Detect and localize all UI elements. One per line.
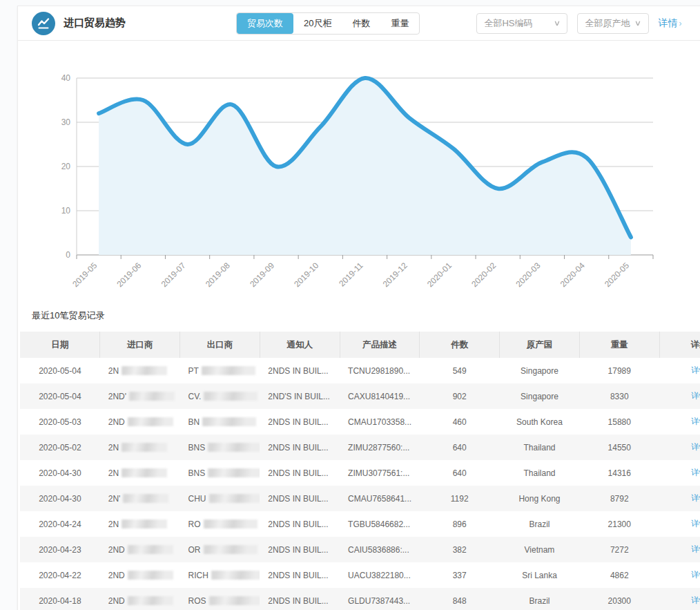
cell-detail: 详情 [659,511,700,537]
cell-detail: 详情 [659,409,700,435]
cell-date: 2020-04-23 [20,537,100,562]
detail-row-link[interactable]: 详情 [691,468,700,477]
cell-date: 2020-04-30 [20,486,100,511]
cell-exporter: BN [180,409,260,435]
y-axis-label: 0 [66,250,70,260]
y-axis-label: 10 [61,206,71,216]
x-axis-label: 2020-02 [469,260,498,289]
cell-detail: 详情 [659,383,700,409]
cell-exporter: BNS [180,460,260,486]
detail-row-link[interactable]: 详情 [691,442,700,452]
cell-notify: 2NDS IN BUIL... [260,562,340,588]
cell-importer: 2N [100,460,180,486]
column-header: 出口商 [180,332,260,358]
cell-notify: 2NDS IN BUIL... [260,588,340,610]
cell-detail: 详情 [659,588,700,610]
origin-select-value: 全部原产地 [585,17,630,30]
column-header: 原产国 [500,332,580,358]
detail-row-link[interactable]: 详情 [691,570,700,580]
redacted-text [202,366,255,375]
cell-product: TGBU5846682... [340,511,420,537]
cell-date: 2020-04-30 [20,460,100,486]
cell-date: 2020-04-22 [20,562,100,588]
tab-pieces[interactable]: 件数 [342,13,380,34]
detail-link[interactable]: 详情› [659,17,682,30]
redacted-text [121,520,167,528]
detail-row-link[interactable]: 详情 [691,493,700,503]
table-row: 2020-04-222NDRICH2NDS IN BUIL...UACU3822… [20,562,700,588]
redacted-text [123,494,168,503]
cell-notify: 2NDS IN BUIL... [260,486,340,511]
table-row: 2020-04-232NDOR2NDS IN BUIL...CAIU583688… [20,537,700,562]
chevron-down-icon: ∨ [554,19,561,28]
chevron-right-icon: › [679,19,682,28]
cell-origin: Thailand [500,460,580,486]
cell-exporter: PT [180,358,260,383]
cell-detail: 详情 [659,562,700,588]
cell-notify: 2NDS IN BUIL... [260,409,340,435]
cell-exporter: BNS [180,435,260,460]
redacted-text [208,443,260,452]
x-axis-label: 2019-06 [115,260,143,289]
cell-detail: 详情 [659,435,700,460]
trade-trend-card: 进口贸易趋势 贸易次数20尺柜件数重量 全部HS编码 ∨ 全部原产地 ∨ 详情›… [17,6,700,610]
redacted-text [129,392,175,401]
redacted-text [128,571,173,580]
cell-product: CMAU7658641... [340,486,420,511]
cell-weight: 8792 [579,486,659,511]
cell-pieces: 337 [420,562,500,588]
cell-product: TCNU2981890... [340,358,420,383]
tab-20ft-container[interactable]: 20尺柜 [293,13,342,34]
x-axis-label: 2019-10 [292,260,320,289]
cell-notify: 2NDS IN BUIL... [260,435,340,460]
x-axis-label: 2020-03 [514,260,542,289]
cell-origin: South Korea [500,409,580,435]
cell-origin: Thailand [500,435,580,460]
table-row: 2020-04-302NBNS2NDS IN BUIL...ZIMU307756… [20,460,700,486]
redacted-text [204,392,257,401]
cell-importer: 2N' [100,486,180,511]
detail-row-link[interactable]: 详情 [691,391,700,401]
table-row: 2020-04-182NDROS2NDS IN BUIL...GLDU73874… [20,588,700,610]
cell-product: GLDU7387443... [340,588,420,610]
cell-product: CAIU5836886:... [340,537,420,562]
cell-weight: 8330 [579,383,659,409]
cell-pieces: 382 [420,537,500,562]
cell-product: ZIMU2877560:... [340,435,420,460]
detail-row-link[interactable]: 详情 [691,417,700,426]
table-row: 2020-05-042NPT2NDS IN BUIL...TCNU2981890… [20,358,700,383]
redacted-text [128,545,173,554]
cell-date: 2020-05-04 [20,358,100,383]
x-axis-label: 2020-05 [603,260,631,289]
x-axis-label: 2019-12 [381,260,409,289]
cell-detail: 详情 [659,486,700,511]
y-axis-label: 20 [61,162,71,171]
cell-pieces: 1192 [420,486,500,511]
table-header: 日期进口商出口商通知人产品描述件数原产国重量详细 [20,332,700,358]
column-header: 通知人 [260,332,340,358]
detail-row-link[interactable]: 详情 [691,365,700,375]
cell-origin: Sri Lanka [500,562,580,588]
cell-importer: 2ND' [100,383,180,409]
detail-row-link[interactable]: 详情 [691,595,700,605]
cell-pieces: 902 [420,383,500,409]
redacted-text [121,468,167,477]
detail-row-link[interactable]: 详情 [691,519,700,528]
redacted-text [121,443,167,452]
cell-exporter: RICH [180,562,260,588]
cell-importer: 2ND [100,537,180,562]
detail-row-link[interactable]: 详情 [691,544,700,554]
cell-importer: 2ND [100,562,180,588]
cell-origin: Singapore [500,383,580,409]
origin-select[interactable]: 全部原产地 ∨ [577,13,648,34]
cell-origin: Singapore [500,358,580,383]
hs-code-select[interactable]: 全部HS编码 ∨ [476,13,567,34]
tab-weight[interactable]: 重量 [380,13,419,34]
tab-trade-count[interactable]: 贸易次数 [237,13,293,34]
column-header: 件数 [420,332,500,358]
x-axis-label: 2020-01 [425,260,454,289]
trend-chart-icon [32,12,55,35]
cell-notify: 2NDS IN BUIL... [260,511,340,537]
cell-detail: 详情 [659,358,700,383]
cell-date: 2020-05-04 [20,383,100,409]
